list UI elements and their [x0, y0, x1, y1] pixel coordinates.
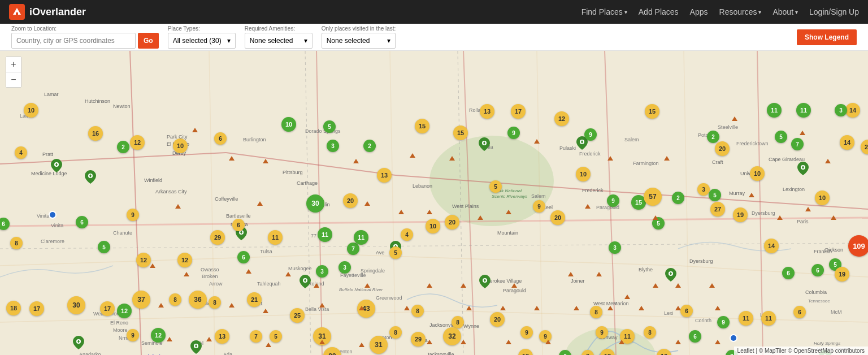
map-cluster[interactable]: 10: [815, 191, 830, 205]
map-cluster[interactable]: 12: [177, 253, 192, 267]
poi-triangle[interactable]: [825, 159, 831, 163]
location-input[interactable]: [11, 33, 136, 49]
map-cluster[interactable]: 11: [796, 103, 811, 118]
map-cluster[interactable]: 25: [290, 308, 305, 323]
map-cluster[interactable]: 12: [136, 253, 151, 267]
poi-triangle[interactable]: [675, 340, 681, 344]
map-cluster[interactable]: 5: [389, 246, 402, 259]
poi-triangle[interactable]: [732, 116, 737, 121]
map-cluster[interactable]: 13: [377, 168, 392, 183]
about-link[interactable]: About▾: [772, 7, 798, 16]
poi-triangle[interactable]: [158, 303, 164, 308]
login-link[interactable]: Login/Sign Up: [809, 7, 859, 16]
map-cluster[interactable]: 9: [533, 200, 545, 213]
map-cluster[interactable]: 3: [697, 183, 710, 196]
map-cluster[interactable]: 17: [100, 301, 115, 316]
map-cluster[interactable]: 20: [343, 193, 358, 208]
poi-triangle[interactable]: [607, 156, 613, 161]
map-cluster[interactable]: 4: [401, 228, 413, 241]
place-marker[interactable]: [73, 336, 84, 349]
map-cluster[interactable]: 3: [609, 241, 621, 254]
map-cluster[interactable]: 9: [584, 128, 597, 141]
map-cluster[interactable]: 4: [15, 146, 27, 159]
map-cluster[interactable]: 20: [490, 312, 505, 327]
map-cluster[interactable]: 6: [689, 330, 701, 343]
map-cluster[interactable]: 9: [127, 329, 139, 341]
map-cluster[interactable]: 17: [29, 301, 44, 316]
map-cluster[interactable]: 12: [117, 304, 132, 318]
map-container[interactable]: Oklahoma Lamar Hutchinson Newton Pratt P…: [0, 51, 868, 355]
logo-area[interactable]: iOverlander: [9, 4, 86, 20]
map-cluster[interactable]: 8: [10, 237, 23, 249]
map-cluster[interactable]: 37: [132, 291, 150, 309]
map-cluster[interactable]: 6: [793, 306, 806, 318]
map-cluster[interactable]: 14: [840, 135, 854, 150]
poi-triangle[interactable]: [229, 156, 235, 161]
poi-triangle[interactable]: [715, 340, 721, 344]
map-cluster[interactable]: 15: [453, 125, 468, 140]
map-cluster[interactable]: 3: [327, 140, 339, 152]
poi-triangle[interactable]: [449, 156, 455, 161]
poi-triangle[interactable]: [461, 283, 466, 288]
map-cluster[interactable]: 5: [709, 189, 721, 201]
map-cluster[interactable]: 12: [554, 111, 569, 126]
poi-triangle[interactable]: [263, 159, 268, 163]
map-cluster[interactable]: 18: [6, 301, 21, 315]
map-cluster[interactable]: 16: [88, 126, 103, 141]
resources-link[interactable]: Resources▾: [719, 7, 762, 16]
poi-triangle[interactable]: [319, 340, 325, 344]
poi-triangle[interactable]: [167, 337, 172, 341]
place-marker[interactable]: [85, 170, 96, 184]
map-cluster[interactable]: 12: [130, 135, 145, 150]
poi-triangle[interactable]: [506, 210, 511, 214]
map-cluster[interactable]: 9: [596, 326, 608, 339]
poi-triangle[interactable]: [511, 283, 517, 288]
map-cluster[interactable]: 8: [452, 316, 464, 328]
map-cluster[interactable]: 6: [214, 132, 227, 145]
poi-triangle[interactable]: [266, 343, 271, 347]
zoom-out-button[interactable]: −: [6, 72, 21, 87]
poi-triangle[interactable]: [404, 306, 410, 310]
map-cluster[interactable]: 3: [338, 261, 351, 274]
map-cluster[interactable]: 6: [237, 251, 250, 263]
map-cluster[interactable]: 109: [848, 235, 868, 257]
poi-triangle[interactable]: [427, 340, 432, 344]
poi-triangle[interactable]: [545, 340, 551, 344]
poi-triangle[interactable]: [359, 306, 364, 310]
poi-triangle[interactable]: [749, 193, 754, 197]
amenities-select[interactable]: None selected ▾: [245, 33, 313, 49]
map-cluster[interactable]: 20: [550, 210, 565, 225]
poi-triangle[interactable]: [364, 283, 370, 288]
map-cluster[interactable]: 2: [117, 141, 129, 153]
map-cluster[interactable]: 11: [268, 230, 283, 245]
map-cluster[interactable]: 15: [645, 104, 659, 119]
map-cluster[interactable]: 2: [707, 131, 719, 143]
map-cluster[interactable]: 30: [67, 296, 85, 314]
map-cluster[interactable]: 3: [835, 104, 847, 116]
poi-triangle[interactable]: [500, 306, 506, 310]
poi-triangle[interactable]: [585, 204, 591, 209]
place-marker[interactable]: [51, 159, 62, 172]
place-marker[interactable]: [479, 137, 490, 151]
poi-triangle[interactable]: [319, 303, 325, 308]
map-cluster[interactable]: 57: [644, 188, 662, 206]
apps-link[interactable]: Apps: [690, 7, 708, 16]
poi-triangle[interactable]: [624, 295, 630, 299]
poi-triangle[interactable]: [229, 303, 235, 308]
poi-triangle[interactable]: [150, 263, 155, 268]
poi-triangle[interactable]: [639, 306, 644, 310]
poi-triangle[interactable]: [777, 215, 783, 220]
poi-triangle[interactable]: [534, 139, 540, 144]
poi-triangle[interactable]: [410, 153, 415, 158]
map-cluster[interactable]: 7: [791, 138, 804, 150]
show-legend-button[interactable]: Show Legend: [797, 29, 857, 45]
map-cluster[interactable]: 13: [480, 104, 494, 119]
blue-dot-marker[interactable]: [49, 211, 57, 219]
poi-triangle[interactable]: [192, 128, 198, 132]
poi-triangle[interactable]: [831, 215, 836, 220]
poi-triangle[interactable]: [709, 283, 715, 288]
map-cluster[interactable]: 29: [210, 230, 225, 245]
map-cluster[interactable]: 11: [354, 230, 368, 245]
poi-triangle[interactable]: [427, 283, 432, 288]
map-cluster[interactable]: 11: [761, 311, 776, 326]
